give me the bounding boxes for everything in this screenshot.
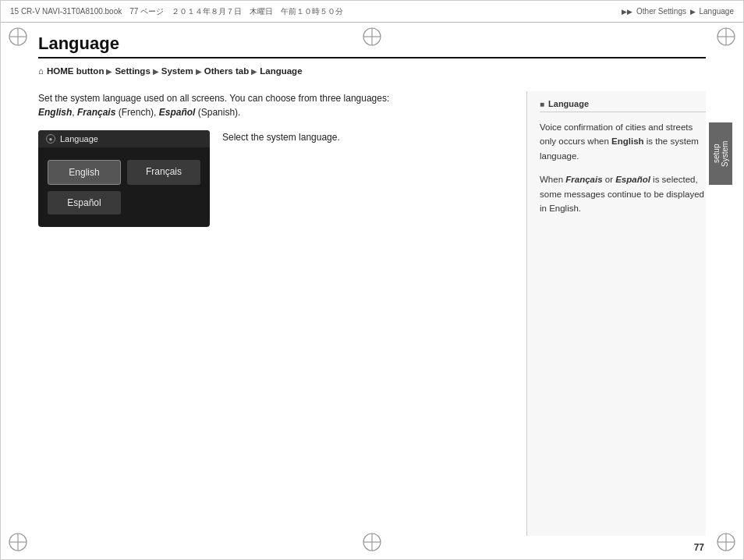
two-col-layout: Set the system language used on all scre… — [38, 91, 706, 536]
nav-arrow-1: ▶ — [106, 67, 112, 76]
mockup-caption: Select the system language. — [222, 127, 503, 143]
ui-mockup: ● Language English Français Español — [38, 130, 210, 227]
breadcrumb-other-settings: Other Settings — [636, 7, 686, 16]
desc-english: English — [38, 107, 72, 118]
desc-spanish: (Spanish). — [195, 107, 240, 118]
desc-french: (French), — [115, 107, 158, 118]
nav-path: ⌂ HOME button ▶ Settings ▶ System ▶ Othe… — [38, 66, 706, 76]
page: 15 CR-V NAVI-31T0A8100.book 77 ページ ２０１４年… — [0, 0, 744, 560]
description-text: Set the system language used on all scre… — [38, 91, 503, 119]
nav-arrow-2: ▶ — [153, 67, 159, 76]
mockup-header-icon: ● — [46, 134, 55, 144]
side-tab-label: System setup — [712, 130, 729, 177]
nav-others: Others tab — [204, 66, 250, 76]
right-panel-text2: When Français or Español is selected, so… — [540, 172, 706, 215]
rp-text2-bold2: Español — [615, 175, 650, 184]
right-col: System setup ■ Language Voice confirmati… — [526, 91, 706, 536]
desc-francais: Français — [77, 107, 115, 118]
nav-arrow-3: ▶ — [196, 67, 202, 76]
header-strip: 15 CR-V NAVI-31T0A8100.book 77 ページ ２０１４年… — [1, 1, 743, 23]
file-info: 15 CR-V NAVI-31T0A8100.book 77 ページ ２０１４年… — [10, 6, 620, 17]
rp-text2-mid: or — [603, 175, 616, 184]
left-col: Set the system language used on all scre… — [38, 91, 511, 536]
right-panel-title: ■ Language — [540, 99, 706, 112]
rp-text1-bold: English — [611, 136, 644, 146]
corner-mark-tr — [715, 26, 737, 48]
lang-btn-espanol[interactable]: Español — [48, 191, 121, 214]
nav-arrow-4: ▶ — [251, 67, 257, 76]
right-panel-icon: ■ — [540, 100, 544, 108]
breadcrumb-arrow1: ▶▶ — [622, 8, 632, 16]
page-number: 77 — [694, 542, 704, 553]
desc-espanol: Español — [159, 107, 196, 118]
page-title: Language — [38, 34, 706, 58]
side-tab: System setup — [709, 122, 732, 185]
mockup-header-title: Language — [60, 134, 98, 144]
breadcrumb-arrow2: ▶ — [690, 8, 696, 16]
breadcrumb-language: Language — [700, 7, 735, 16]
nav-language: Language — [260, 66, 302, 76]
right-panel-text1: Voice confirmation of cities and streets… — [540, 120, 706, 163]
desc-line1: Set the system language used on all scre… — [38, 93, 389, 104]
ui-mockup-body: English Français Español — [38, 147, 210, 227]
lang-btn-francais[interactable]: Français — [127, 160, 200, 185]
corner-mark-bl — [7, 531, 29, 553]
breadcrumb: ▶▶ Other Settings ▶ Language — [620, 7, 734, 16]
desc-comma1: , — [72, 107, 77, 118]
nav-system: System — [161, 66, 193, 76]
main-layout: Language ⌂ HOME button ▶ Settings ▶ Syst… — [38, 23, 706, 536]
lang-btn-english[interactable]: English — [48, 160, 121, 185]
nav-settings: Settings — [115, 66, 150, 76]
ui-mockup-header: ● Language — [38, 130, 210, 147]
rp-text2-pre: When — [540, 175, 565, 184]
right-panel-title-text: Language — [548, 99, 589, 108]
corner-mark-br — [715, 531, 737, 553]
corner-mark-tl — [7, 26, 29, 48]
home-icon: ⌂ — [38, 66, 44, 76]
nav-home-label: HOME button — [47, 66, 104, 76]
mockup-row: ● Language English Français Español Sele… — [38, 127, 503, 227]
rp-text2-bold1: Français — [565, 175, 602, 184]
